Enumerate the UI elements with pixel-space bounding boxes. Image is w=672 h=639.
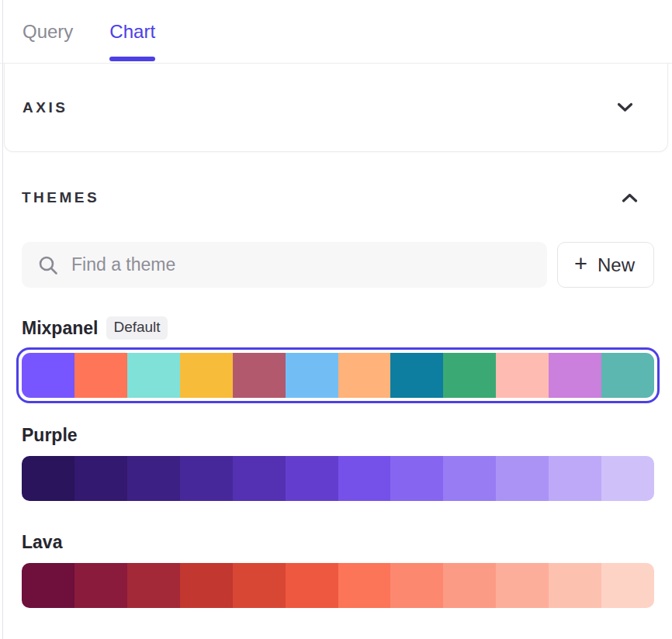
axis-section-header[interactable]: AXIS [4,64,668,152]
color-swatch [286,456,338,501]
color-swatch [180,353,233,398]
color-swatch [127,353,180,398]
theme-name: Mixpanel [22,318,98,339]
panel-left-border [2,0,3,639]
color-swatch [549,456,601,501]
theme-row-lava: Lava [22,530,654,608]
new-theme-button[interactable]: + New [557,242,654,288]
tab-query[interactable]: Query [23,0,73,63]
theme-search-input[interactable] [71,254,547,275]
color-swatch [496,353,549,398]
theme-search[interactable] [22,242,547,288]
color-swatch [338,456,391,501]
color-swatch [601,353,654,398]
theme-swatch-strip[interactable] [16,347,660,403]
color-swatch [127,456,180,501]
new-theme-button-label: New [598,254,635,276]
color-swatch [338,353,391,398]
color-swatch [233,456,286,501]
color-swatch [286,353,338,398]
swatch-container [22,353,654,398]
theme-swatch-strip[interactable] [22,456,654,501]
color-swatch [338,563,391,608]
theme-row-mixpanel: MixpanelDefault [22,316,654,403]
theme-name: Purple [22,425,78,446]
tab-chart[interactable]: Chart [109,0,155,63]
color-swatch [286,563,338,608]
theme-label-row: Lava [22,530,654,554]
axis-section-title: AXIS [23,99,68,116]
theme-row-purple: Purple [22,423,654,501]
color-swatch [443,563,496,608]
chart-settings-panel: QueryChart AXIS THEMES + New [0,0,672,639]
color-swatch [496,563,549,608]
color-swatch [443,456,496,501]
swatch-container [22,563,654,608]
color-swatch [496,456,549,501]
color-swatch [549,353,601,398]
theme-label-row: MixpanelDefault [22,316,654,340]
color-swatch [127,563,180,608]
color-swatch [233,563,286,608]
themes-section: THEMES + New MixpanelDefaultPurpleLavaMi… [0,175,672,639]
theme-list: MixpanelDefaultPurpleLavaMist [22,316,654,639]
themes-section-header[interactable]: THEMES [22,175,654,220]
tab-bar: QueryChart [0,0,672,64]
color-swatch [22,563,74,608]
theme-swatch-strip[interactable] [22,563,654,608]
color-swatch [549,563,601,608]
color-swatch [233,353,286,398]
color-swatch [390,456,443,501]
color-swatch [601,456,654,501]
color-swatch [390,353,443,398]
color-swatch [180,456,233,501]
color-swatch [443,353,496,398]
swatch-container [22,456,654,501]
chevron-down-icon [617,102,633,112]
color-swatch [390,563,443,608]
search-icon [38,255,58,275]
color-swatch [74,456,127,501]
theme-name: Lava [22,532,62,553]
plus-icon: + [574,253,587,275]
color-swatch [22,456,74,501]
chevron-up-icon [622,193,638,203]
theme-toolbar: + New [22,242,654,288]
color-swatch [74,353,127,398]
color-swatch [22,353,74,398]
default-badge: Default [106,316,167,340]
themes-section-title: THEMES [22,189,99,206]
color-swatch [601,563,654,608]
theme-label-row: Purple [22,423,654,447]
color-swatch [74,563,127,608]
color-swatch [180,563,233,608]
